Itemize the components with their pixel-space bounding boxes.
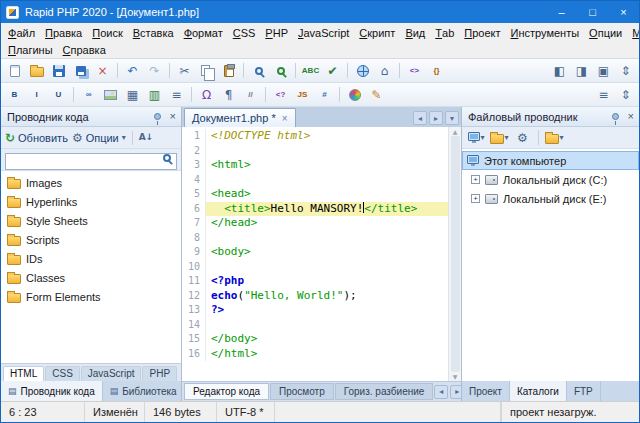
underline-button[interactable]: U	[48, 85, 69, 105]
menu-item-php[interactable]: PHP	[260, 23, 293, 42]
menu-item-help[interactable]: Справка	[58, 42, 111, 58]
maximize-button[interactable]: □	[577, 1, 608, 23]
omega-button[interactable]: Ω	[196, 85, 217, 105]
tab-css[interactable]: CSS	[45, 366, 80, 381]
computer-view-button[interactable]: ▾	[466, 128, 487, 148]
search-input[interactable]	[5, 153, 177, 170]
menu-item-edit[interactable]: Правка	[40, 23, 87, 42]
js-insert-button[interactable]: JS	[292, 85, 313, 105]
menu-item-tab[interactable]: Tab	[430, 23, 459, 42]
menu-item-javascript[interactable]: JavaScript	[293, 23, 354, 42]
panel-tab-directories[interactable]: Каталоги	[510, 381, 567, 401]
panel-tab-library[interactable]: ▤Библиотека	[103, 381, 185, 401]
menu-item-options[interactable]: Опции	[584, 23, 627, 42]
panel-tab-code-explorer[interactable]: ▤Проводник кода	[1, 381, 103, 401]
tag-insert-button[interactable]: <>	[404, 61, 425, 81]
panel-tab-project[interactable]: Проект	[462, 381, 510, 401]
tree-item-local-disk-c[interactable]: +Локальный диск (C:)	[462, 170, 639, 189]
sort-button[interactable]: А↓	[139, 133, 154, 142]
toolbar-expand-button[interactable]: ⇕	[615, 61, 636, 81]
copy-button[interactable]	[196, 61, 217, 81]
view-tab-preview[interactable]: Просмотр	[270, 383, 334, 400]
home-button[interactable]: ⌂	[374, 61, 395, 81]
document-tab[interactable]: Документ1.php * ×	[184, 108, 296, 127]
toolbar-expand2-button[interactable]: ⇕	[615, 85, 636, 105]
refresh-button[interactable]: ↻ Обновить	[5, 132, 68, 144]
tree-item-form-elements[interactable]: Form Elements	[1, 287, 181, 306]
scroll-down-icon[interactable]: ▼	[453, 373, 458, 380]
menu-item-tools[interactable]: Инструменты	[506, 23, 585, 42]
prev-view-button[interactable]: ◂	[434, 385, 448, 399]
expand-icon[interactable]: +	[471, 194, 480, 203]
tree-item-local-disk-e[interactable]: +Локальный диск (E:)	[462, 189, 639, 208]
new-file-button[interactable]	[4, 61, 25, 81]
redo-button[interactable]: ↷	[144, 61, 165, 81]
menu-item-script[interactable]: Скрипт	[354, 23, 400, 42]
menu-item-css[interactable]: CSS	[228, 23, 261, 42]
link-button[interactable]: ∞	[78, 85, 99, 105]
cut-button[interactable]: ✂	[174, 61, 195, 81]
close-panel-icon[interactable]: ×	[170, 111, 176, 122]
tree-item-classes[interactable]: Classes	[1, 268, 181, 287]
panel-tab-ftp[interactable]: FTP	[567, 381, 601, 401]
undo-button[interactable]: ↶	[122, 61, 143, 81]
tree-item-scripts[interactable]: Scripts	[1, 230, 181, 249]
favorites-folder-button[interactable]: ▾	[544, 128, 565, 148]
save-file-button[interactable]	[48, 61, 69, 81]
close-file-button[interactable]: ×	[92, 61, 113, 81]
tab-list-button[interactable]: ▾	[445, 111, 459, 125]
view-tab-code-editor[interactable]: Редактор кода	[184, 383, 269, 400]
form-button[interactable]: ▥	[144, 85, 165, 105]
save-all-button[interactable]	[70, 61, 91, 81]
close-panel-icon[interactable]: ×	[628, 111, 634, 122]
close-button[interactable]: ×	[608, 1, 639, 23]
explorer-settings-button[interactable]: ⚙	[512, 128, 533, 148]
code-snippet-button[interactable]: {}	[426, 61, 447, 81]
open-file-button[interactable]	[26, 61, 47, 81]
tree-item-ids[interactable]: IDs	[1, 249, 181, 268]
tab-php[interactable]: PHP	[142, 366, 177, 381]
layout-grid-button[interactable]: ▣	[593, 61, 614, 81]
menu-item-macros[interactable]: Макрос	[627, 23, 640, 42]
menu-item-project[interactable]: Проект	[459, 23, 505, 42]
pin-icon[interactable]	[612, 113, 619, 120]
italic-button[interactable]: I	[26, 85, 47, 105]
menu-item-view[interactable]: Вид	[400, 23, 430, 42]
layout-right-button[interactable]: ◨	[571, 61, 592, 81]
tab-html[interactable]: HTML	[3, 366, 44, 381]
tree-item-hyperlinks[interactable]: Hyperlinks	[1, 192, 181, 211]
php-insert-button[interactable]: <?	[270, 85, 291, 105]
table-button[interactable]: ▦	[122, 85, 143, 105]
tree-item-this-computer[interactable]: Этот компьютер	[462, 151, 639, 170]
tree-item-style-sheets[interactable]: Style Sheets	[1, 211, 181, 230]
menu-item-insert[interactable]: Вставка	[128, 23, 179, 42]
spell-check-button[interactable]: ABC	[300, 61, 321, 81]
tree-item-images[interactable]: Images	[1, 173, 181, 192]
folder-view-button[interactable]: ▾	[489, 128, 510, 148]
menu-item-file[interactable]: Файл	[3, 23, 40, 42]
app-icon[interactable]	[6, 6, 19, 19]
menu-item-search[interactable]: Поиск	[87, 23, 127, 42]
next-tab-button[interactable]: ▸	[429, 111, 443, 125]
menu-item-format[interactable]: Формат	[179, 23, 228, 42]
find-button[interactable]	[248, 61, 269, 81]
toolbars-menu-button[interactable]: ≡	[593, 85, 614, 105]
syntax-check-button[interactable]: ✔	[322, 61, 343, 81]
list-button[interactable]: ≡	[166, 85, 187, 105]
image-button[interactable]	[100, 85, 121, 105]
scrollbar-thumb[interactable]	[451, 136, 460, 372]
close-tab-icon[interactable]: ×	[282, 113, 288, 124]
pin-icon[interactable]	[154, 113, 161, 120]
edit-style-button[interactable]: ✎	[366, 85, 387, 105]
pilcrow-button[interactable]: ¶	[218, 85, 239, 105]
paste-button[interactable]	[218, 61, 239, 81]
expand-icon[interactable]: +	[471, 175, 480, 184]
code-editor[interactable]: 1<!DOCTYPE html>23<html>45<head>6 <title…	[182, 127, 448, 381]
browser-preview-button[interactable]	[352, 61, 373, 81]
prev-tab-button[interactable]: ◂	[413, 111, 427, 125]
replace-button[interactable]	[270, 61, 291, 81]
scroll-up-icon[interactable]: ▲	[453, 128, 458, 135]
comment-button[interactable]: //	[240, 85, 261, 105]
tab-javascript[interactable]: JavaScript	[81, 366, 142, 381]
editor-scrollbar[interactable]: ▲ ▼	[448, 127, 461, 381]
